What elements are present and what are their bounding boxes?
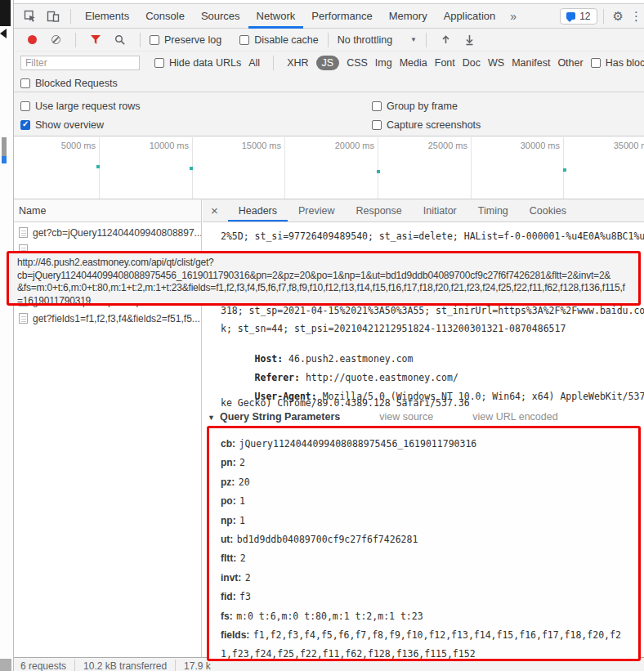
checkbox-unchecked[interactable] — [20, 78, 30, 88]
filter-type-doc[interactable]: Doc — [463, 57, 481, 69]
request-url-line: =1619011790319 — [17, 295, 630, 306]
filter-type-all[interactable]: All — [248, 57, 260, 69]
chevron-down-icon: ▼ — [410, 36, 417, 43]
gridline — [471, 137, 472, 199]
device-toolbar-icon[interactable] — [47, 10, 60, 23]
tick-label: 20000 ms — [301, 141, 374, 150]
filter-type-manifest[interactable]: Manifest — [512, 57, 550, 69]
tab-memory[interactable]: Memory — [381, 3, 436, 29]
query-param-row: ut: bd1d9ddb04089700cf9c27f6f7426281 — [221, 530, 627, 548]
has-blocked-cookies-checkbox[interactable]: Has blocked cook — [591, 57, 644, 69]
tab-console[interactable]: Console — [137, 3, 193, 29]
filter-funnel-icon[interactable] — [90, 34, 101, 45]
query-param-row: np: 1 — [221, 511, 627, 530]
menu-dots-icon[interactable]: ⋮ — [630, 9, 642, 24]
tick-label: 25000 ms — [394, 141, 467, 150]
toolbar-separator — [140, 33, 141, 47]
use-large-rows-checkbox[interactable]: Use large request rows — [20, 101, 141, 112]
issues-badge[interactable]: 12 — [560, 8, 597, 25]
filter-type-xhr[interactable]: XHR — [287, 57, 308, 69]
view-source-link[interactable]: view source — [379, 411, 433, 423]
request-row[interactable]: get?cb=jQuery112404409940808897... — [14, 224, 201, 241]
query-param-row: po: 1 — [221, 491, 627, 510]
request-dot — [377, 170, 380, 173]
page-scrollbar-thumb[interactable] — [2, 137, 7, 156]
page-arrow-icon — [0, 29, 7, 38]
filter-type-font[interactable]: Font — [435, 57, 455, 69]
inspect-element-icon[interactable] — [24, 10, 37, 23]
checkbox-unchecked[interactable] — [20, 101, 30, 111]
document-icon — [19, 313, 28, 324]
disable-cache-checkbox[interactable]: Disable cache — [239, 34, 319, 46]
checkbox-unchecked[interactable] — [591, 58, 601, 68]
checkbox-checked[interactable] — [20, 120, 30, 130]
group-by-frame-checkbox[interactable]: Group by frame — [372, 101, 458, 112]
detail-tab-headers[interactable]: Headers — [228, 199, 288, 221]
blocked-requests-checkbox[interactable]: Blocked Requests — [20, 78, 118, 89]
request-dot — [563, 168, 566, 172]
filter-type-js-selected[interactable]: JS — [316, 56, 340, 70]
capture-screenshots-checkbox[interactable]: Capture screenshots — [372, 119, 481, 131]
filter-type-other[interactable]: Other — [557, 57, 583, 69]
settings-gear-icon[interactable]: ⚙ — [613, 9, 624, 24]
checkbox-unchecked[interactable] — [372, 101, 382, 111]
detail-tab-response[interactable]: Response — [345, 199, 412, 221]
toolbar-separator — [75, 33, 76, 47]
toolbar-separator — [70, 9, 71, 24]
document-icon — [19, 227, 28, 238]
cookie-header-line: 318; st_sp=2021-04-15%2021%3A50%3A55; st… — [221, 305, 644, 316]
detail-tab-bar: × Headers Preview Response Initiator Tim… — [203, 199, 644, 222]
cookie-header-line: k; st_sn=44; st_psi=20210421212951824-11… — [221, 323, 644, 334]
close-icon[interactable]: × — [203, 204, 228, 217]
tab-performance[interactable]: Performance — [303, 3, 380, 29]
detail-tab-initiator[interactable]: Initiator — [413, 199, 467, 221]
status-separator — [74, 660, 75, 671]
toolbar-separator — [426, 33, 427, 47]
network-overview-timeline[interactable]: 5000 ms 10000 ms 15000 ms 20000 ms 25000… — [14, 137, 644, 199]
detail-tab-preview[interactable]: Preview — [288, 199, 345, 221]
hide-data-urls-checkbox[interactable]: Hide data URLs — [154, 57, 241, 69]
tick-label: 35000 ms — [579, 141, 644, 150]
record-button[interactable] — [28, 35, 37, 44]
request-dot — [190, 167, 193, 170]
more-tabs-chevron-icon[interactable]: » — [503, 10, 523, 23]
filter-type-img[interactable]: Img — [375, 57, 392, 69]
checkbox-unchecked[interactable] — [239, 35, 249, 45]
request-row[interactable]: get?fields1=f1,f2,f3,f4&fields2=f51,f5..… — [14, 310, 201, 327]
checkbox-unchecked[interactable] — [372, 120, 382, 130]
query-param-row: cb: jQuery1124044099408088975456_1619011… — [221, 434, 627, 453]
request-count: 6 requests — [20, 658, 66, 671]
checkbox-unchecked[interactable] — [150, 35, 159, 45]
url-annotation-box: http://46.push2.eastmoney.com/api/qt/cli… — [7, 251, 641, 306]
chevron-down-icon[interactable]: ▼ — [208, 414, 215, 422]
transferred-size: 10.2 kB transferred — [83, 658, 167, 671]
import-har-icon[interactable] — [441, 34, 451, 46]
detail-tab-timing[interactable]: Timing — [467, 199, 519, 221]
toolbar-separator — [603, 9, 604, 24]
clear-button[interactable] — [51, 35, 60, 44]
export-har-icon[interactable] — [464, 34, 475, 46]
filter-input[interactable] — [20, 56, 140, 70]
query-param-row: fields: f1,f2,f3,f4,f5,f6,f7,f8,f9,f10,f… — [221, 625, 627, 661]
search-icon[interactable] — [114, 34, 126, 46]
filter-type-ws[interactable]: WS — [488, 57, 504, 69]
network-filter-bar: Hide data URLs All XHR JS CSS Img Media … — [14, 51, 644, 74]
detail-tab-cookies[interactable]: Cookies — [519, 199, 577, 221]
tab-elements[interactable]: Elements — [77, 3, 137, 29]
filter-type-media[interactable]: Media — [400, 57, 427, 69]
tab-network[interactable]: Network — [248, 3, 304, 29]
show-overview-checkbox[interactable]: Show overview — [20, 119, 104, 131]
tab-application[interactable]: Application — [436, 3, 504, 29]
query-param-row: pn: 2 — [221, 453, 627, 472]
preserve-log-checkbox[interactable]: Preserve log — [150, 34, 221, 46]
tab-sources[interactable]: Sources — [193, 3, 248, 29]
network-control-bar: Preserve log Disable cache No throttling… — [14, 29, 644, 51]
filter-type-css[interactable]: CSS — [347, 57, 368, 69]
query-param-row: fltt: 2 — [221, 548, 627, 567]
query-param-row: fs: m:0 t:6,m:0 t:80,m:1 t:2,m:1 t:23 — [221, 606, 627, 625]
checkbox-unchecked[interactable] — [154, 58, 164, 68]
view-url-encoded-link[interactable]: view URL encoded — [472, 411, 557, 423]
network-options-band: Use large request rows Show overview Gro… — [14, 92, 644, 136]
throttling-dropdown[interactable]: No throttling ▼ — [338, 34, 417, 46]
name-column-header[interactable]: Name — [14, 199, 201, 222]
